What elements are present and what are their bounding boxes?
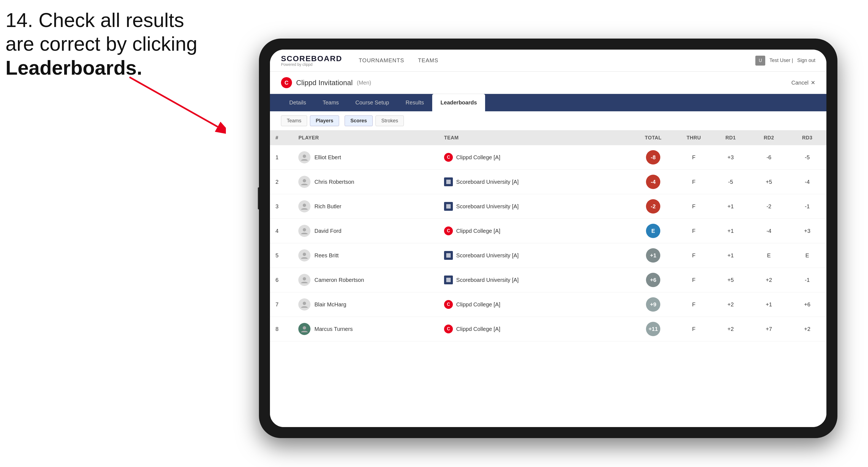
col-header-rd2: RD2 xyxy=(750,131,788,145)
svg-point-2 xyxy=(303,155,306,158)
score-badge: -2 xyxy=(646,199,660,214)
cell-rd1: -5 xyxy=(712,170,750,194)
cell-team: Scoreboard University [A] xyxy=(438,194,630,219)
score-badge: +11 xyxy=(646,322,660,336)
cell-total: +9 xyxy=(630,292,676,317)
player-name: David Ford xyxy=(314,228,341,234)
cell-rd3: +2 xyxy=(788,317,827,341)
filter-strokes[interactable]: Strokes xyxy=(375,116,404,126)
cell-total: E xyxy=(630,219,676,243)
player-avatar xyxy=(298,323,310,335)
col-header-player: PLAYER xyxy=(293,131,438,145)
cell-thru: F xyxy=(676,292,712,317)
cell-thru: F xyxy=(676,194,712,219)
cell-player: Cameron Robertson xyxy=(293,268,438,292)
player-name: Rich Butler xyxy=(314,203,341,210)
user-name: Test User | xyxy=(769,58,793,63)
cell-team: CClippd College [A] xyxy=(438,219,630,243)
table-row: 3Rich ButlerScoreboard University [A]-2F… xyxy=(270,194,827,219)
cell-total: +1 xyxy=(630,243,676,268)
score-badge: E xyxy=(646,224,660,238)
tab-details[interactable]: Details xyxy=(281,94,314,111)
cell-rank: 5 xyxy=(270,243,293,268)
instruction-text: 14. Check all results are correct by cli… xyxy=(5,8,197,80)
score-badge: -8 xyxy=(646,150,660,164)
cell-thru: F xyxy=(676,243,712,268)
cell-player: Chris Robertson xyxy=(293,170,438,194)
team-name: Scoreboard University [A] xyxy=(456,179,519,185)
nav-bar: SCOREBOARD Powered by clippd TOURNAMENTS… xyxy=(270,50,827,72)
score-badge: +6 xyxy=(646,273,660,287)
nav-tournaments[interactable]: TOURNAMENTS xyxy=(359,57,404,64)
tab-course-setup[interactable]: Course Setup xyxy=(347,94,397,111)
player-name: Cameron Robertson xyxy=(314,277,364,283)
tablet-screen: SCOREBOARD Powered by clippd TOURNAMENTS… xyxy=(270,50,827,427)
filter-scores[interactable]: Scores xyxy=(345,116,373,126)
team-name: Scoreboard University [A] xyxy=(456,252,519,259)
player-avatar xyxy=(298,249,310,261)
nav-links: TOURNAMENTS TEAMS xyxy=(359,57,739,64)
cell-total: +6 xyxy=(630,268,676,292)
filter-teams[interactable]: Teams xyxy=(281,116,307,126)
player-avatar xyxy=(298,225,310,237)
cell-rd1: +1 xyxy=(712,219,750,243)
tablet-shell: SCOREBOARD Powered by clippd TOURNAMENTS… xyxy=(259,38,837,438)
team-logo xyxy=(444,251,453,260)
svg-rect-9 xyxy=(446,253,451,258)
player-name: Chris Robertson xyxy=(314,179,354,185)
cell-rd2: -6 xyxy=(750,145,788,170)
cell-rank: 1 xyxy=(270,145,293,170)
col-header-rank: # xyxy=(270,131,293,145)
player-name: Blair McHarg xyxy=(314,302,346,308)
cell-thru: F xyxy=(676,145,712,170)
col-header-team: TEAM xyxy=(438,131,630,145)
tournament-header: C Clippd Invitational (Men) Cancel ✕ xyxy=(270,72,827,94)
player-avatar xyxy=(298,200,310,212)
nav-right: U Test User | Sign out xyxy=(755,56,815,66)
cell-rd2: +1 xyxy=(750,292,788,317)
player-name: Elliot Ebert xyxy=(314,154,341,161)
tournament-name: C Clippd Invitational (Men) xyxy=(281,77,371,88)
tab-results[interactable]: Results xyxy=(397,94,432,111)
cell-team: CClippd College [A] xyxy=(438,145,630,170)
team-logo xyxy=(444,276,453,284)
team-name: Scoreboard University [A] xyxy=(456,277,519,283)
cell-player: Marcus Turners xyxy=(293,317,438,341)
cell-rank: 6 xyxy=(270,268,293,292)
svg-point-10 xyxy=(303,277,306,280)
cell-thru: F xyxy=(676,268,712,292)
cancel-button[interactable]: Cancel ✕ xyxy=(792,79,815,86)
cell-player: Elliot Ebert xyxy=(293,145,438,170)
svg-line-1 xyxy=(129,77,218,127)
cell-team: Scoreboard University [A] xyxy=(438,170,630,194)
leaderboard-table: # PLAYER TEAM TOTAL THRU RD1 RD2 RD3 1El… xyxy=(270,131,827,427)
cell-rank: 7 xyxy=(270,292,293,317)
cell-thru: F xyxy=(676,317,712,341)
tab-leaderboards[interactable]: Leaderboards xyxy=(432,94,485,111)
cell-total: -2 xyxy=(630,194,676,219)
team-name: Clippd College [A] xyxy=(456,228,500,234)
cell-rank: 4 xyxy=(270,219,293,243)
nav-teams[interactable]: TEAMS xyxy=(418,57,438,64)
svg-rect-11 xyxy=(446,278,451,282)
cell-thru: F xyxy=(676,170,712,194)
score-badge: +9 xyxy=(646,297,660,312)
filter-players[interactable]: Players xyxy=(310,116,339,126)
svg-point-8 xyxy=(303,253,306,256)
cell-team: CClippd College [A] xyxy=(438,292,630,317)
cell-total: -4 xyxy=(630,170,676,194)
cell-rd3: -1 xyxy=(788,268,827,292)
team-logo: C xyxy=(444,153,453,162)
sign-out-link[interactable]: Sign out xyxy=(797,58,815,63)
col-header-thru: THRU xyxy=(676,131,712,145)
cell-rd1: +2 xyxy=(712,317,750,341)
team-logo: C xyxy=(444,226,453,235)
team-logo: C xyxy=(444,324,453,333)
cell-rd3: -4 xyxy=(788,170,827,194)
svg-point-3 xyxy=(303,179,306,182)
cell-rd1: +2 xyxy=(712,292,750,317)
table-row: 7Blair McHargCClippd College [A]+9F+2+1+… xyxy=(270,292,827,317)
cell-total: +11 xyxy=(630,317,676,341)
tab-teams[interactable]: Teams xyxy=(314,94,347,111)
cell-player: Blair McHarg xyxy=(293,292,438,317)
